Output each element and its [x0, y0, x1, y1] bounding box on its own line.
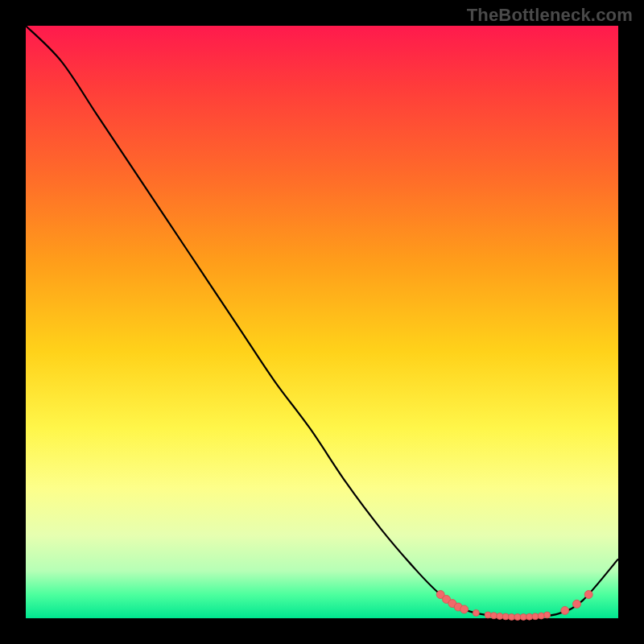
- curve-marker: [514, 614, 521, 621]
- curve-marker: [584, 591, 592, 599]
- curve-marker: [561, 606, 569, 614]
- curve-marker: [497, 613, 503, 619]
- curve-markers-group: [436, 591, 592, 621]
- curve-marker: [538, 613, 544, 619]
- curve-marker: [520, 613, 526, 620]
- curve-marker: [544, 612, 551, 618]
- curve-marker: [526, 613, 533, 620]
- bottleneck-curve-line: [26, 26, 618, 617]
- chart-svg: [26, 26, 618, 618]
- watermark-text: TheBottleneck.com: [467, 5, 633, 26]
- curve-marker: [509, 613, 515, 620]
- curve-marker: [473, 609, 479, 616]
- chart-frame: TheBottleneck.com: [0, 0, 644, 644]
- chart-plot-area: [26, 26, 618, 618]
- curve-marker: [460, 605, 469, 613]
- curve-marker: [490, 613, 497, 619]
- curve-marker: [485, 612, 491, 618]
- curve-marker: [502, 613, 509, 620]
- curve-marker: [572, 600, 580, 608]
- curve-marker: [532, 613, 539, 620]
